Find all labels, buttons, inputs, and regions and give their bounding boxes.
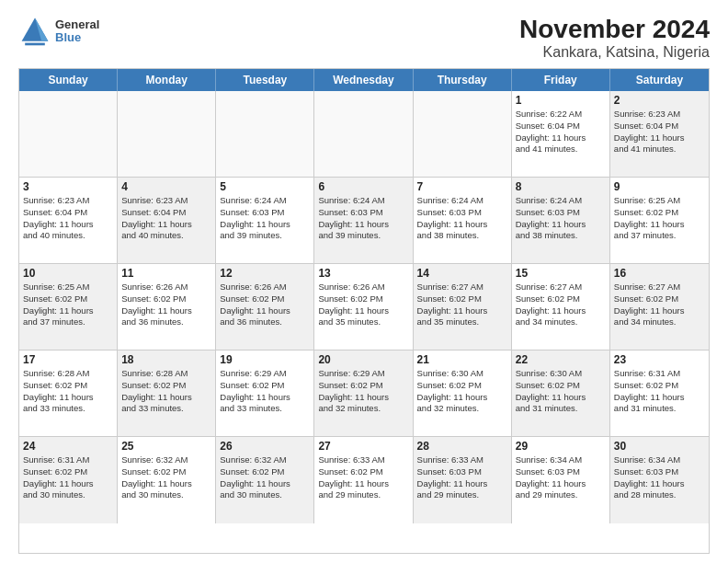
- day-info: Sunrise: 6:25 AM Sunset: 6:02 PM Dayligh…: [614, 195, 705, 242]
- cal-cell-r3-c4: 21Sunrise: 6:30 AM Sunset: 6:02 PM Dayli…: [414, 350, 512, 436]
- cal-cell-r1-c1: 4Sunrise: 6:23 AM Sunset: 6:04 PM Daylig…: [118, 178, 216, 263]
- calendar-header-row: SundayMondayTuesdayWednesdayThursdayFrid…: [19, 69, 709, 91]
- cal-cell-r0-c5: 1Sunrise: 6:22 AM Sunset: 6:04 PM Daylig…: [512, 91, 610, 177]
- day-info: Sunrise: 6:23 AM Sunset: 6:04 PM Dayligh…: [23, 195, 113, 242]
- cal-cell-r3-c2: 19Sunrise: 6:29 AM Sunset: 6:02 PM Dayli…: [216, 350, 314, 436]
- cal-cell-r3-c6: 23Sunrise: 6:31 AM Sunset: 6:02 PM Dayli…: [610, 350, 709, 436]
- day-number: 23: [614, 353, 705, 366]
- calendar-title: November 2024: [519, 15, 710, 44]
- day-number: 25: [121, 440, 211, 453]
- day-info: Sunrise: 6:34 AM Sunset: 6:03 PM Dayligh…: [614, 454, 705, 501]
- cal-header-cell-monday: Monday: [118, 69, 216, 91]
- svg-rect-2: [25, 43, 45, 46]
- day-number: 30: [614, 440, 705, 453]
- day-info: Sunrise: 6:27 AM Sunset: 6:02 PM Dayligh…: [614, 282, 705, 328]
- logo-line1: General: [55, 18, 99, 31]
- cal-cell-r1-c6: 9Sunrise: 6:25 AM Sunset: 6:02 PM Daylig…: [610, 178, 709, 263]
- day-info: Sunrise: 6:31 AM Sunset: 6:02 PM Dayligh…: [614, 368, 705, 415]
- logo-icon: [18, 15, 51, 48]
- cal-cell-r0-c2: [216, 91, 314, 177]
- day-info: Sunrise: 6:30 AM Sunset: 6:02 PM Dayligh…: [516, 368, 606, 415]
- cal-cell-r3-c5: 22Sunrise: 6:30 AM Sunset: 6:02 PM Dayli…: [512, 350, 610, 436]
- cal-cell-r1-c2: 5Sunrise: 6:24 AM Sunset: 6:03 PM Daylig…: [216, 178, 314, 263]
- cal-cell-r1-c0: 3Sunrise: 6:23 AM Sunset: 6:04 PM Daylig…: [19, 178, 118, 263]
- day-number: 14: [417, 267, 507, 280]
- day-info: Sunrise: 6:27 AM Sunset: 6:02 PM Dayligh…: [417, 282, 507, 328]
- day-info: Sunrise: 6:31 AM Sunset: 6:02 PM Dayligh…: [23, 454, 113, 501]
- day-info: Sunrise: 6:28 AM Sunset: 6:02 PM Dayligh…: [23, 368, 113, 415]
- day-number: 15: [516, 267, 606, 280]
- day-info: Sunrise: 6:23 AM Sunset: 6:04 PM Dayligh…: [121, 195, 211, 242]
- day-info: Sunrise: 6:24 AM Sunset: 6:03 PM Dayligh…: [417, 195, 507, 242]
- cal-cell-r2-c3: 13Sunrise: 6:26 AM Sunset: 6:02 PM Dayli…: [314, 264, 413, 350]
- calendar-subtitle: Kankara, Katsina, Nigeria: [519, 44, 710, 61]
- calendar-row-4: 24Sunrise: 6:31 AM Sunset: 6:02 PM Dayli…: [19, 437, 709, 523]
- cal-header-cell-saturday: Saturday: [610, 69, 709, 91]
- cal-cell-r1-c4: 7Sunrise: 6:24 AM Sunset: 6:03 PM Daylig…: [414, 178, 512, 263]
- day-info: Sunrise: 6:34 AM Sunset: 6:03 PM Dayligh…: [516, 454, 606, 501]
- cal-header-cell-friday: Friday: [512, 69, 610, 91]
- cal-cell-r1-c3: 6Sunrise: 6:24 AM Sunset: 6:03 PM Daylig…: [314, 178, 413, 263]
- cal-cell-r4-c3: 27Sunrise: 6:33 AM Sunset: 6:02 PM Dayli…: [314, 437, 413, 523]
- day-number: 18: [121, 353, 211, 366]
- day-number: 12: [220, 267, 310, 280]
- day-number: 26: [220, 440, 310, 453]
- cal-cell-r3-c0: 17Sunrise: 6:28 AM Sunset: 6:02 PM Dayli…: [19, 350, 118, 436]
- day-number: 1: [516, 94, 606, 107]
- logo-line2: Blue: [55, 31, 99, 44]
- calendar-body: 1Sunrise: 6:22 AM Sunset: 6:04 PM Daylig…: [19, 91, 709, 523]
- cal-cell-r0-c6: 2Sunrise: 6:23 AM Sunset: 6:04 PM Daylig…: [610, 91, 709, 177]
- day-number: 21: [417, 353, 507, 366]
- cal-cell-r0-c4: [414, 91, 512, 177]
- day-info: Sunrise: 6:30 AM Sunset: 6:02 PM Dayligh…: [417, 368, 507, 415]
- day-info: Sunrise: 6:33 AM Sunset: 6:02 PM Dayligh…: [318, 454, 408, 501]
- day-number: 9: [614, 180, 705, 193]
- day-info: Sunrise: 6:29 AM Sunset: 6:02 PM Dayligh…: [220, 368, 310, 415]
- cal-cell-r2-c6: 16Sunrise: 6:27 AM Sunset: 6:02 PM Dayli…: [610, 264, 709, 350]
- cal-cell-r0-c1: [118, 91, 216, 177]
- cal-cell-r4-c1: 25Sunrise: 6:32 AM Sunset: 6:02 PM Dayli…: [118, 437, 216, 523]
- day-info: Sunrise: 6:24 AM Sunset: 6:03 PM Dayligh…: [220, 195, 310, 242]
- day-number: 24: [23, 440, 113, 453]
- day-info: Sunrise: 6:25 AM Sunset: 6:02 PM Dayligh…: [23, 282, 113, 328]
- day-info: Sunrise: 6:24 AM Sunset: 6:03 PM Dayligh…: [516, 195, 606, 242]
- day-number: 5: [220, 180, 310, 193]
- calendar-row-3: 17Sunrise: 6:28 AM Sunset: 6:02 PM Dayli…: [19, 350, 709, 437]
- calendar: SundayMondayTuesdayWednesdayThursdayFrid…: [18, 68, 710, 554]
- cal-cell-r2-c2: 12Sunrise: 6:26 AM Sunset: 6:02 PM Dayli…: [216, 264, 314, 350]
- day-number: 22: [516, 353, 606, 366]
- page: General Blue November 2024 Kankara, Kats…: [0, 0, 728, 563]
- cal-cell-r3-c1: 18Sunrise: 6:28 AM Sunset: 6:02 PM Dayli…: [118, 350, 216, 436]
- day-number: 16: [614, 267, 705, 280]
- cal-header-cell-sunday: Sunday: [19, 69, 118, 91]
- day-number: 13: [318, 267, 408, 280]
- day-info: Sunrise: 6:33 AM Sunset: 6:03 PM Dayligh…: [417, 454, 507, 501]
- title-block: November 2024 Kankara, Katsina, Nigeria: [519, 15, 710, 61]
- cal-cell-r1-c5: 8Sunrise: 6:24 AM Sunset: 6:03 PM Daylig…: [512, 178, 610, 263]
- header: General Blue November 2024 Kankara, Kats…: [18, 15, 710, 61]
- calendar-row-0: 1Sunrise: 6:22 AM Sunset: 6:04 PM Daylig…: [19, 91, 709, 178]
- cal-cell-r2-c1: 11Sunrise: 6:26 AM Sunset: 6:02 PM Dayli…: [118, 264, 216, 350]
- day-number: 28: [417, 440, 507, 453]
- day-number: 8: [516, 180, 606, 193]
- day-number: 2: [614, 94, 705, 107]
- cal-header-cell-thursday: Thursday: [414, 69, 512, 91]
- day-info: Sunrise: 6:26 AM Sunset: 6:02 PM Dayligh…: [121, 282, 211, 328]
- day-number: 29: [516, 440, 606, 453]
- day-number: 11: [121, 267, 211, 280]
- cal-cell-r4-c4: 28Sunrise: 6:33 AM Sunset: 6:03 PM Dayli…: [414, 437, 512, 523]
- day-number: 27: [318, 440, 408, 453]
- calendar-row-2: 10Sunrise: 6:25 AM Sunset: 6:02 PM Dayli…: [19, 264, 709, 350]
- day-info: Sunrise: 6:22 AM Sunset: 6:04 PM Dayligh…: [516, 109, 606, 155]
- day-info: Sunrise: 6:29 AM Sunset: 6:02 PM Dayligh…: [318, 368, 408, 415]
- cal-cell-r4-c5: 29Sunrise: 6:34 AM Sunset: 6:03 PM Dayli…: [512, 437, 610, 523]
- cal-cell-r0-c0: [19, 91, 118, 177]
- day-number: 7: [417, 180, 507, 193]
- day-number: 6: [318, 180, 408, 193]
- day-info: Sunrise: 6:27 AM Sunset: 6:02 PM Dayligh…: [516, 282, 606, 328]
- day-number: 20: [318, 353, 408, 366]
- day-number: 10: [23, 267, 113, 280]
- calendar-row-1: 3Sunrise: 6:23 AM Sunset: 6:04 PM Daylig…: [19, 178, 709, 264]
- day-info: Sunrise: 6:32 AM Sunset: 6:02 PM Dayligh…: [220, 454, 310, 501]
- day-number: 3: [23, 180, 113, 193]
